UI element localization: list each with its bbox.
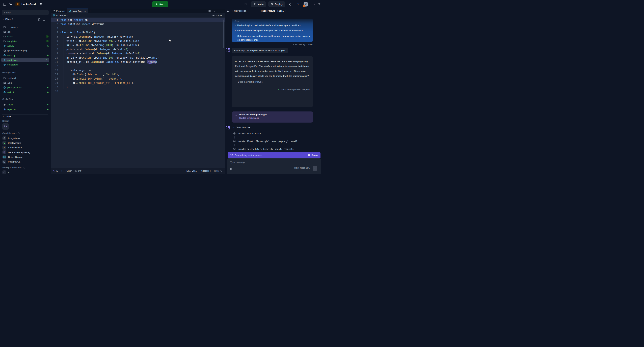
- code-line-7[interactable]: 7 url = db.Column(db.String(1000), nulla…: [51, 43, 225, 47]
- sidebar-item-integrations[interactable]: Integrations: [1, 136, 50, 141]
- file-item-app-py[interactable]: app.pyA: [0, 44, 50, 48]
- home-button[interactable]: [8, 1, 13, 7]
- file-item-static[interactable]: static2: [0, 34, 50, 39]
- format-button[interactable]: Format: [212, 14, 222, 17]
- file-item--git[interactable]: .git: [0, 29, 50, 34]
- message-meta[interactable]: 2 minutes ago • Read: [293, 43, 313, 46]
- notifications-bell-icon[interactable]: [288, 1, 293, 7]
- editor-scrollbar[interactable]: [223, 20, 224, 48]
- sidebar-item-database-key-value-[interactable]: Database (Key/Value): [1, 150, 50, 155]
- files-section-header[interactable]: ▼ Files: [2, 18, 14, 21]
- code-line-15[interactable]: 15 db.Index('idx_points', 'points'),: [51, 77, 225, 81]
- sidebar-toggle-icon[interactable]: [2, 1, 8, 7]
- code-line-9[interactable]: 9 comments_count = db.Column(db.Integer,…: [51, 52, 225, 56]
- code-line-18[interactable]: 18: [51, 89, 225, 94]
- code-line-1[interactable]: 1from app import db: [51, 18, 225, 22]
- folder-icon: [3, 35, 6, 38]
- git-status-badge: 2: [46, 40, 49, 42]
- session-title-dropdown[interactable]: Hacker News Reade... ▾: [261, 10, 286, 12]
- session-list-icon[interactable]: [227, 10, 230, 12]
- feedback-link[interactable]: Have feedback?: [294, 167, 310, 169]
- app-icon[interactable]: [16, 2, 20, 6]
- agent-working-status-bar[interactable]: Determining best approach... Pause: [228, 152, 320, 158]
- files-menu-kebab[interactable]: ⋮: [46, 18, 48, 21]
- deploy-button[interactable]: Deploy: [268, 1, 285, 7]
- new-session-button[interactable]: + New session: [232, 10, 246, 12]
- code-line-5[interactable]: 5 id = db.Column(db.Integer, primary_key…: [51, 35, 225, 39]
- new-folder-button[interactable]: [42, 18, 45, 21]
- search-input[interactable]: Search: [2, 10, 49, 15]
- code-line-8[interactable]: 8 points = db.Column(db.Integer, default…: [51, 47, 225, 52]
- code-line-13[interactable]: 13 __table_args__ = (: [51, 68, 225, 73]
- file-item--pythonlibs[interactable]: .pythonlibs: [0, 76, 50, 80]
- line-number: 11: [51, 60, 58, 64]
- code-line-17[interactable]: 17 ): [51, 85, 225, 89]
- history-button[interactable]: History: [213, 170, 222, 172]
- code-line-4[interactable]: 4class Article(db.Model):: [51, 31, 225, 35]
- code-line-3[interactable]: 3: [51, 26, 225, 31]
- tab-models-py[interactable]: models.py ×: [67, 9, 88, 13]
- code-line-6[interactable]: 6 title = db.Column(db.String(500), null…: [51, 39, 225, 43]
- send-button[interactable]: ↑: [312, 166, 317, 171]
- code-line-12[interactable]: 12: [51, 64, 225, 68]
- breadcrumb-more[interactable]: ...: [68, 14, 70, 17]
- new-file-button[interactable]: [38, 18, 40, 21]
- recent-tool-shell[interactable]: [2, 123, 9, 130]
- file-item--pycache-[interactable]: __pycache__: [0, 25, 50, 29]
- tools-section-header[interactable]: ▼Tools: [2, 115, 11, 118]
- python-icon: [3, 86, 6, 89]
- search-icon[interactable]: [243, 1, 248, 7]
- status-diff[interactable]: Diff: [75, 170, 82, 172]
- file-item-replit-nix[interactable]: replit.nixA: [0, 107, 50, 112]
- sidebar-item-authentication[interactable]: Authentication: [1, 145, 50, 150]
- help-icon[interactable]: ?: [296, 1, 301, 7]
- expand-icon[interactable]: [214, 10, 217, 12]
- file-item-uv-lock[interactable]: uv.lockA: [0, 90, 50, 95]
- cursor-position[interactable]: Ln 1, Col 1: [186, 170, 196, 172]
- code-line-14[interactable]: 14 db.Index('idx_hn_id', 'hn_id'),: [51, 73, 225, 77]
- file-item-pyproject-toml[interactable]: pyproject.tomlA: [0, 85, 50, 90]
- line-content: db.Index('idx_created_at', 'created_at')…: [58, 81, 135, 85]
- file-item-templates[interactable]: templates2: [0, 39, 50, 44]
- run-button[interactable]: Run: [152, 1, 168, 7]
- tab-progress[interactable]: Progress: [51, 9, 67, 13]
- editor-menu-kebab[interactable]: ⋮: [220, 10, 222, 12]
- message-input[interactable]: Type message... Have feedback? ↑: [227, 158, 321, 174]
- file-item-main-py[interactable]: main.pyA: [0, 53, 50, 58]
- plan-style-card[interactable]: Style: Hacker-inspired minimalist interf…: [232, 19, 313, 42]
- code-line-16[interactable]: 16 db.Index('idx_created_at', 'created_a…: [51, 81, 225, 85]
- collapse-panel-icon[interactable]: »: [314, 3, 315, 6]
- sidebar-item-object-storage[interactable]: 1001Object Storage: [1, 155, 50, 159]
- file-item--upm[interactable]: .upm: [0, 80, 50, 85]
- breadcrumb-file[interactable]: models.py: [56, 14, 66, 17]
- pause-icon: [308, 154, 310, 156]
- file-item-scraper-py[interactable]: scraper.pyA: [0, 62, 50, 67]
- file-item-generated-icon-png[interactable]: generated-icon.png: [0, 48, 50, 53]
- code-line-10[interactable]: 10 hn_id = db.Column(db.String(50), uniq…: [51, 56, 225, 60]
- pause-button[interactable]: Pause: [308, 154, 318, 156]
- account-chevron-icon[interactable]: ▾: [310, 3, 312, 5]
- avatar[interactable]: RC ✦: [304, 2, 308, 7]
- code-line-2[interactable]: 2from datetime import datetime: [51, 22, 225, 26]
- indent-setting[interactable]: Spaces: 4: [202, 170, 211, 172]
- file-item-models-py[interactable]: models.pyA: [1, 58, 49, 62]
- task-card[interactable]: Build the initial prototype Started 1 mi…: [232, 112, 313, 123]
- sidebar-item-deployments[interactable]: Deployments: [1, 141, 50, 145]
- status-language[interactable]: {✓} Python: [61, 170, 72, 172]
- file-item--replit[interactable]: .replitA: [0, 102, 50, 107]
- file-name: .replit: [7, 103, 46, 106]
- new-tab-button[interactable]: +: [88, 9, 93, 13]
- split-editor-icon[interactable]: [208, 10, 211, 12]
- sidebar-item-postgresql[interactable]: PostgreSQL: [1, 159, 50, 164]
- code-area[interactable]: 1from app import db2from datetime import…: [51, 18, 225, 168]
- line-content: title = db.Column(db.String(500), nullab…: [58, 39, 141, 43]
- close-tab-icon[interactable]: ×: [84, 10, 86, 13]
- code-line-11[interactable]: 11 created_at = db.Column(db.DateTime, d…: [51, 60, 225, 64]
- sidebar-item-ai[interactable]: AI: [1, 170, 12, 174]
- status-ai[interactable]: AI: [53, 170, 58, 172]
- server-status-icon[interactable]: [38, 1, 44, 7]
- show-more-button[interactable]: ↕ Show 10 more: [233, 126, 250, 129]
- invite-button[interactable]: Invite: [251, 1, 266, 7]
- new-chat-icon[interactable]: [318, 3, 321, 6]
- attach-file-icon[interactable]: [230, 168, 232, 170]
